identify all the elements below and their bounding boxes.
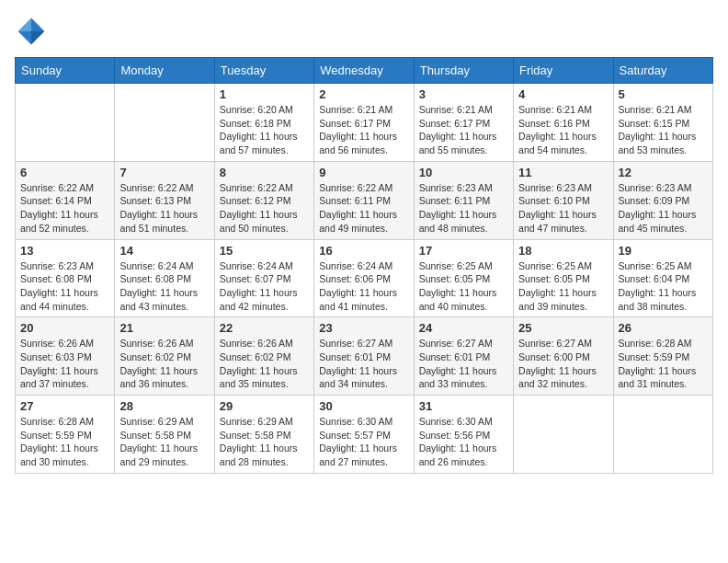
day-number: 14 bbox=[119, 244, 209, 258]
calendar-cell: 16Sunrise: 6:24 AM Sunset: 6:06 PM Dayli… bbox=[314, 239, 414, 317]
calendar-cell: 29Sunrise: 6:29 AM Sunset: 5:58 PM Dayli… bbox=[214, 396, 313, 474]
day-number: 6 bbox=[20, 166, 109, 179]
day-info: Sunrise: 6:22 AM Sunset: 6:14 PM Dayligh… bbox=[20, 181, 109, 236]
calendar-cell: 22Sunrise: 6:26 AM Sunset: 6:02 PM Dayli… bbox=[214, 317, 313, 396]
weekday-saturday: Saturday bbox=[613, 58, 712, 84]
day-info: Sunrise: 6:30 AM Sunset: 5:56 PM Dayligh… bbox=[419, 415, 508, 469]
day-info: Sunrise: 6:25 AM Sunset: 6:05 PM Dayligh… bbox=[518, 259, 608, 314]
calendar-cell: 6Sunrise: 6:22 AM Sunset: 6:14 PM Daylig… bbox=[16, 161, 115, 239]
calendar-cell bbox=[514, 396, 613, 474]
calendar-week-1: 6Sunrise: 6:22 AM Sunset: 6:14 PM Daylig… bbox=[16, 161, 713, 239]
calendar-cell: 28Sunrise: 6:29 AM Sunset: 5:58 PM Dayli… bbox=[115, 396, 214, 474]
day-info: Sunrise: 6:24 AM Sunset: 6:07 PM Dayligh… bbox=[220, 259, 309, 314]
day-info: Sunrise: 6:29 AM Sunset: 5:58 PM Dayligh… bbox=[220, 415, 309, 469]
day-number: 15 bbox=[220, 244, 309, 258]
calendar-table: SundayMondayTuesdayWednesdayThursdayFrid… bbox=[15, 57, 713, 474]
day-number: 12 bbox=[619, 166, 708, 179]
day-number: 7 bbox=[119, 166, 209, 179]
day-info: Sunrise: 6:21 AM Sunset: 6:17 PM Dayligh… bbox=[419, 103, 508, 157]
calendar-cell: 19Sunrise: 6:25 AM Sunset: 6:04 PM Dayli… bbox=[613, 239, 712, 317]
calendar-cell: 24Sunrise: 6:27 AM Sunset: 6:01 PM Dayli… bbox=[414, 317, 513, 396]
svg-marker-2 bbox=[18, 31, 31, 44]
day-number: 22 bbox=[220, 321, 309, 335]
calendar-cell: 27Sunrise: 6:28 AM Sunset: 5:59 PM Dayli… bbox=[16, 396, 115, 474]
day-info: Sunrise: 6:29 AM Sunset: 5:58 PM Dayligh… bbox=[119, 415, 209, 469]
day-info: Sunrise: 6:23 AM Sunset: 6:11 PM Dayligh… bbox=[419, 181, 508, 236]
day-info: Sunrise: 6:27 AM Sunset: 6:01 PM Dayligh… bbox=[319, 337, 408, 391]
day-number: 27 bbox=[20, 399, 109, 413]
day-info: Sunrise: 6:22 AM Sunset: 6:12 PM Dayligh… bbox=[220, 181, 309, 236]
day-number: 4 bbox=[518, 87, 608, 101]
day-info: Sunrise: 6:25 AM Sunset: 6:04 PM Dayligh… bbox=[619, 259, 708, 314]
calendar-week-2: 13Sunrise: 6:23 AM Sunset: 6:08 PM Dayli… bbox=[16, 239, 713, 317]
calendar-cell: 31Sunrise: 6:30 AM Sunset: 5:56 PM Dayli… bbox=[414, 396, 513, 474]
day-number: 2 bbox=[319, 87, 408, 101]
day-info: Sunrise: 6:21 AM Sunset: 6:17 PM Dayligh… bbox=[319, 103, 408, 157]
day-info: Sunrise: 6:28 AM Sunset: 5:59 PM Dayligh… bbox=[20, 415, 109, 469]
day-number: 17 bbox=[419, 244, 508, 258]
day-info: Sunrise: 6:28 AM Sunset: 5:59 PM Dayligh… bbox=[619, 337, 708, 391]
day-number: 31 bbox=[419, 399, 508, 413]
page-header bbox=[15, 15, 713, 48]
calendar-body: 1Sunrise: 6:20 AM Sunset: 6:18 PM Daylig… bbox=[16, 84, 713, 474]
day-number: 20 bbox=[20, 321, 109, 335]
day-number: 5 bbox=[619, 87, 708, 101]
weekday-monday: Monday bbox=[115, 58, 214, 84]
day-number: 10 bbox=[419, 166, 508, 179]
calendar-week-4: 27Sunrise: 6:28 AM Sunset: 5:59 PM Dayli… bbox=[16, 396, 713, 474]
weekday-header-row: SundayMondayTuesdayWednesdayThursdayFrid… bbox=[16, 58, 713, 84]
day-info: Sunrise: 6:27 AM Sunset: 6:00 PM Dayligh… bbox=[518, 337, 608, 391]
day-info: Sunrise: 6:21 AM Sunset: 6:15 PM Dayligh… bbox=[619, 103, 708, 157]
day-info: Sunrise: 6:25 AM Sunset: 6:05 PM Dayligh… bbox=[419, 259, 508, 314]
day-info: Sunrise: 6:23 AM Sunset: 6:10 PM Dayligh… bbox=[518, 181, 608, 236]
day-number: 13 bbox=[20, 244, 109, 258]
day-info: Sunrise: 6:20 AM Sunset: 6:18 PM Dayligh… bbox=[220, 103, 309, 157]
weekday-wednesday: Wednesday bbox=[314, 58, 414, 84]
day-number: 9 bbox=[319, 166, 408, 179]
calendar-cell: 5Sunrise: 6:21 AM Sunset: 6:15 PM Daylig… bbox=[613, 84, 712, 162]
day-info: Sunrise: 6:26 AM Sunset: 6:03 PM Dayligh… bbox=[20, 337, 109, 391]
calendar-cell bbox=[16, 84, 115, 162]
logo bbox=[15, 15, 51, 48]
day-number: 16 bbox=[319, 244, 408, 258]
calendar-cell: 11Sunrise: 6:23 AM Sunset: 6:10 PM Dayli… bbox=[514, 161, 613, 239]
calendar-cell bbox=[613, 396, 712, 474]
day-number: 24 bbox=[419, 321, 508, 335]
day-info: Sunrise: 6:22 AM Sunset: 6:13 PM Dayligh… bbox=[119, 181, 209, 236]
day-info: Sunrise: 6:26 AM Sunset: 6:02 PM Dayligh… bbox=[119, 337, 209, 391]
calendar-cell: 23Sunrise: 6:27 AM Sunset: 6:01 PM Dayli… bbox=[314, 317, 414, 396]
day-number: 23 bbox=[319, 321, 408, 335]
calendar-cell: 20Sunrise: 6:26 AM Sunset: 6:03 PM Dayli… bbox=[16, 317, 115, 396]
calendar-cell: 10Sunrise: 6:23 AM Sunset: 6:11 PM Dayli… bbox=[414, 161, 513, 239]
day-number: 3 bbox=[419, 87, 508, 101]
day-number: 1 bbox=[220, 87, 309, 101]
calendar-cell: 26Sunrise: 6:28 AM Sunset: 5:59 PM Dayli… bbox=[613, 317, 712, 396]
calendar-cell: 30Sunrise: 6:30 AM Sunset: 5:57 PM Dayli… bbox=[314, 396, 414, 474]
calendar-cell: 1Sunrise: 6:20 AM Sunset: 6:18 PM Daylig… bbox=[214, 84, 313, 162]
day-info: Sunrise: 6:23 AM Sunset: 6:08 PM Dayligh… bbox=[20, 259, 109, 314]
day-number: 28 bbox=[119, 399, 209, 413]
calendar-cell: 14Sunrise: 6:24 AM Sunset: 6:08 PM Dayli… bbox=[115, 239, 214, 317]
day-number: 21 bbox=[119, 321, 209, 335]
calendar-cell: 8Sunrise: 6:22 AM Sunset: 6:12 PM Daylig… bbox=[214, 161, 313, 239]
calendar-cell: 3Sunrise: 6:21 AM Sunset: 6:17 PM Daylig… bbox=[414, 84, 513, 162]
day-info: Sunrise: 6:30 AM Sunset: 5:57 PM Dayligh… bbox=[319, 415, 408, 469]
day-info: Sunrise: 6:21 AM Sunset: 6:16 PM Dayligh… bbox=[518, 103, 608, 157]
calendar-cell: 17Sunrise: 6:25 AM Sunset: 6:05 PM Dayli… bbox=[414, 239, 513, 317]
day-info: Sunrise: 6:27 AM Sunset: 6:01 PM Dayligh… bbox=[419, 337, 508, 391]
day-number: 18 bbox=[518, 244, 608, 258]
calendar-cell: 21Sunrise: 6:26 AM Sunset: 6:02 PM Dayli… bbox=[115, 317, 214, 396]
calendar-week-0: 1Sunrise: 6:20 AM Sunset: 6:18 PM Daylig… bbox=[16, 84, 713, 162]
day-info: Sunrise: 6:23 AM Sunset: 6:09 PM Dayligh… bbox=[619, 181, 708, 236]
calendar-cell: 12Sunrise: 6:23 AM Sunset: 6:09 PM Dayli… bbox=[613, 161, 712, 239]
day-number: 8 bbox=[220, 166, 309, 179]
day-number: 30 bbox=[319, 399, 408, 413]
calendar-cell: 18Sunrise: 6:25 AM Sunset: 6:05 PM Dayli… bbox=[514, 239, 613, 317]
weekday-thursday: Thursday bbox=[414, 58, 513, 84]
day-info: Sunrise: 6:24 AM Sunset: 6:08 PM Dayligh… bbox=[119, 259, 209, 314]
day-number: 11 bbox=[518, 166, 608, 179]
calendar-cell: 9Sunrise: 6:22 AM Sunset: 6:11 PM Daylig… bbox=[314, 161, 414, 239]
weekday-friday: Friday bbox=[514, 58, 613, 84]
calendar-cell bbox=[115, 84, 214, 162]
calendar-week-3: 20Sunrise: 6:26 AM Sunset: 6:03 PM Dayli… bbox=[16, 317, 713, 396]
